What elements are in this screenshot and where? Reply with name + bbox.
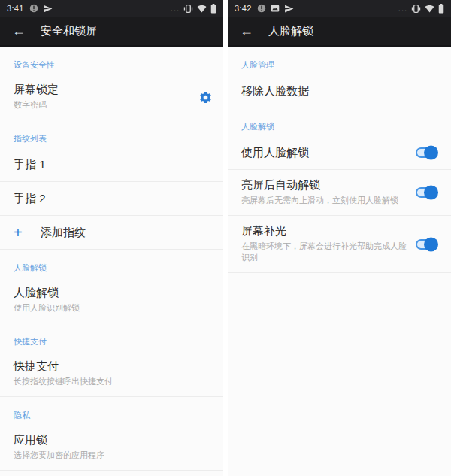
- vibrate-icon: [411, 4, 421, 14]
- ellipsis-icon: ...: [171, 5, 180, 11]
- section-header: 指纹列表: [0, 120, 223, 148]
- item-title: 屏幕补光: [241, 223, 410, 238]
- item-text: 手指 1: [14, 148, 213, 181]
- notification-icons: [29, 4, 53, 14]
- app-bar: ← 安全和锁屏: [0, 17, 223, 47]
- item-subtitle: 选择您要加密的应用程序: [14, 450, 213, 461]
- send-icon: [43, 4, 53, 14]
- section-header: 设备管理: [0, 471, 223, 476]
- item-subtitle: 使用人脸识别解锁: [14, 302, 213, 314]
- toggle-track[interactable]: [416, 239, 437, 250]
- item-title: 移除人脸数据: [241, 83, 440, 99]
- item-text: 亮屏后自动解锁亮屏幕后无需向上滑动，立刻使用人脸解锁: [241, 170, 410, 215]
- settings-item[interactable]: 人脸解锁使用人脸识别解锁: [0, 277, 223, 323]
- toggle-switch[interactable]: [416, 147, 440, 158]
- item-title: 亮屏后自动解锁: [241, 177, 410, 193]
- item-text: 手指 2: [14, 182, 213, 215]
- item-title: 使用人脸解锁: [241, 145, 410, 160]
- status-bar: 3:41 ...: [0, 0, 223, 17]
- toggle-track[interactable]: [416, 147, 437, 158]
- section-header: 人脸解锁: [228, 108, 451, 136]
- ellipsis-icon: ...: [398, 5, 407, 11]
- battery-icon: [438, 4, 444, 14]
- item-text: 屏幕锁定数字密码: [14, 74, 192, 120]
- item-subtitle: 在黑暗环境下，屏幕会进行补光帮助完成人脸识别: [241, 241, 410, 263]
- plus-icon: +: [14, 225, 41, 240]
- settings-item[interactable]: 屏幕锁定数字密码: [0, 74, 223, 120]
- item-title: 快捷支付: [14, 359, 213, 374]
- page-title: 安全和锁屏: [41, 24, 97, 38]
- item-text: 应用锁选择您要加密的应用程序: [14, 425, 213, 470]
- status-bar: 3:42 ...: [228, 0, 451, 17]
- vibrate-icon: [183, 4, 193, 14]
- settings-item[interactable]: 手指 1: [0, 148, 223, 182]
- battery-icon: [210, 4, 216, 14]
- settings-item[interactable]: 快捷支付长按指纹按键呼出快捷支付: [0, 351, 223, 397]
- app-bar: ← 人脸解锁: [228, 17, 451, 47]
- back-arrow-icon[interactable]: ←: [12, 23, 30, 39]
- item-text: 屏幕补光在黑暗环境下，屏幕会进行补光帮助完成人脸识别: [241, 216, 410, 272]
- item-title: 手指 1: [14, 157, 213, 172]
- item-title: 添加指纹: [41, 225, 213, 240]
- section-header: 隐私: [0, 397, 223, 425]
- screenshot-icon: [271, 4, 280, 13]
- gear-icon[interactable]: [198, 90, 213, 105]
- back-arrow-icon[interactable]: ←: [240, 23, 258, 39]
- section-header: 快捷支付: [0, 323, 223, 351]
- settings-item[interactable]: 亮屏后自动解锁亮屏幕后无需向上滑动，立刻使用人脸解锁: [228, 170, 451, 216]
- settings-item[interactable]: +添加指纹: [0, 216, 223, 250]
- toggle-thumb: [424, 146, 438, 160]
- wifi-icon: [425, 5, 434, 13]
- settings-item[interactable]: 使用人脸解锁: [228, 136, 451, 170]
- toggle-switch[interactable]: [416, 187, 440, 198]
- section-header: 设备安全性: [0, 47, 223, 74]
- toggle-switch[interactable]: [416, 239, 440, 250]
- item-text: 移除人脸数据: [241, 74, 440, 108]
- item-subtitle: 长按指纹按键呼出快捷支付: [14, 376, 213, 387]
- section-header: 人脸解锁: [0, 250, 223, 277]
- item-subtitle: 数字密码: [14, 99, 192, 111]
- screen-security-and-lockscreen: 3:41 ... ← 安全和锁屏 设备安全性屏幕锁定数字密码指纹列表手指 1手指…: [0, 0, 223, 476]
- toggle-track[interactable]: [416, 187, 437, 198]
- item-text: 人脸解锁使用人脸识别解锁: [14, 277, 213, 323]
- clock-text: 3:42: [235, 4, 252, 13]
- item-title: 人脸解锁: [14, 285, 213, 300]
- screen-face-unlock: 3:42 ... ← 人脸解锁 人脸管理移除人脸数据人脸解锁使用人脸解锁亮屏后自…: [228, 0, 451, 476]
- clock-text: 3:41: [7, 4, 24, 13]
- item-title: 手指 2: [14, 191, 213, 206]
- system-status-icons: ...: [171, 4, 216, 14]
- toggle-thumb: [424, 237, 438, 251]
- settings-item[interactable]: 移除人脸数据: [228, 74, 451, 108]
- item-title: 应用锁: [14, 432, 213, 447]
- notification-circle-icon: [29, 4, 38, 13]
- item-title: 屏幕锁定: [14, 82, 192, 97]
- two-screenshot-composite: 3:41 ... ← 安全和锁屏 设备安全性屏幕锁定数字密码指纹列表手指 1手指…: [0, 0, 451, 476]
- settings-item[interactable]: 应用锁选择您要加密的应用程序: [0, 425, 223, 471]
- wifi-icon: [197, 5, 207, 13]
- page-title: 人脸解锁: [268, 24, 313, 38]
- section-header: 人脸管理: [228, 47, 451, 74]
- toggle-thumb: [424, 186, 438, 200]
- send-icon: [284, 4, 294, 14]
- system-status-icons: ...: [398, 4, 444, 14]
- settings-list: 人脸管理移除人脸数据人脸解锁使用人脸解锁亮屏后自动解锁亮屏幕后无需向上滑动，立刻…: [228, 47, 451, 476]
- notification-circle-icon: [257, 4, 266, 13]
- notification-icons: [257, 4, 294, 14]
- item-subtitle: 亮屏幕后无需向上滑动，立刻使用人脸解锁: [241, 195, 410, 206]
- item-text: 添加指纹: [41, 216, 213, 249]
- item-text: 快捷支付长按指纹按键呼出快捷支付: [14, 351, 213, 396]
- settings-item[interactable]: 手指 2: [0, 182, 223, 216]
- settings-list: 设备安全性屏幕锁定数字密码指纹列表手指 1手指 2+添加指纹人脸解锁人脸解锁使用…: [0, 47, 223, 476]
- settings-item[interactable]: 屏幕补光在黑暗环境下，屏幕会进行补光帮助完成人脸识别: [228, 216, 451, 273]
- item-text: 使用人脸解锁: [241, 136, 410, 169]
